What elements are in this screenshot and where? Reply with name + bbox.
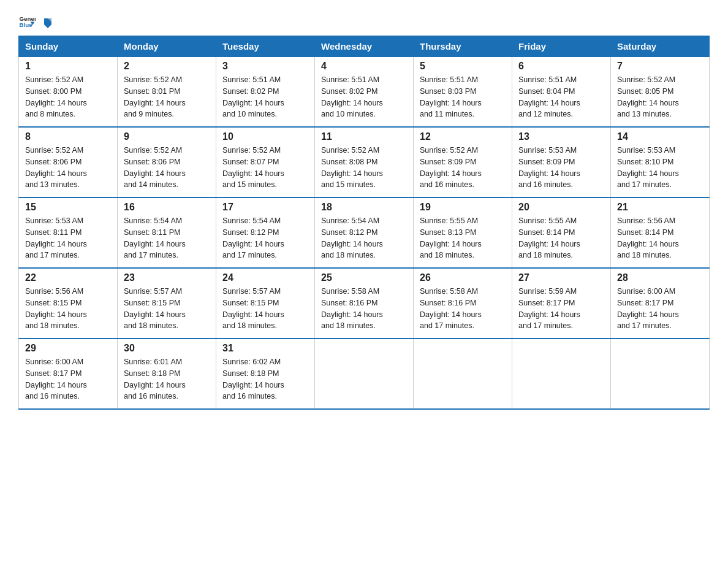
day-number: 10 xyxy=(222,131,308,142)
calendar-cell: 24 Sunrise: 5:57 AM Sunset: 8:15 PM Dayl… xyxy=(216,268,315,339)
day-number: 8 xyxy=(25,131,111,142)
day-info: Sunrise: 5:58 AM Sunset: 8:16 PM Dayligh… xyxy=(321,286,407,332)
day-number: 31 xyxy=(222,343,308,354)
day-number: 14 xyxy=(617,131,703,142)
calendar-cell: 19 Sunrise: 5:55 AM Sunset: 8:13 PM Dayl… xyxy=(414,197,512,268)
day-info: Sunrise: 5:54 AM Sunset: 8:12 PM Dayligh… xyxy=(222,215,308,261)
day-number: 3 xyxy=(222,61,308,72)
logo: General Blue xyxy=(18,12,55,29)
day-info: Sunrise: 5:54 AM Sunset: 8:12 PM Dayligh… xyxy=(321,215,407,261)
day-number: 17 xyxy=(222,202,308,213)
calendar-cell: 5 Sunrise: 5:51 AM Sunset: 8:03 PM Dayli… xyxy=(414,57,512,128)
day-number: 20 xyxy=(518,202,604,213)
day-info: Sunrise: 5:52 AM Sunset: 8:05 PM Dayligh… xyxy=(617,74,703,120)
calendar-cell: 8 Sunrise: 5:52 AM Sunset: 8:06 PM Dayli… xyxy=(19,127,118,197)
calendar-cell: 29 Sunrise: 6:00 AM Sunset: 8:17 PM Dayl… xyxy=(19,339,118,409)
calendar-cell: 21 Sunrise: 5:56 AM Sunset: 8:14 PM Dayl… xyxy=(611,197,710,268)
day-info: Sunrise: 5:57 AM Sunset: 8:15 PM Dayligh… xyxy=(124,286,210,332)
day-number: 18 xyxy=(321,202,407,213)
day-number: 11 xyxy=(321,131,407,142)
header-wednesday: Wednesday xyxy=(315,36,414,57)
calendar-cell xyxy=(315,339,414,409)
logo-icon: General Blue xyxy=(18,12,36,29)
day-number: 4 xyxy=(321,61,407,72)
calendar-cell xyxy=(414,339,512,409)
day-info: Sunrise: 5:53 AM Sunset: 8:11 PM Dayligh… xyxy=(25,215,111,261)
day-info: Sunrise: 5:58 AM Sunset: 8:16 PM Dayligh… xyxy=(420,286,506,332)
calendar-cell: 20 Sunrise: 5:55 AM Sunset: 8:14 PM Dayl… xyxy=(512,197,611,268)
day-number: 13 xyxy=(518,131,604,142)
day-number: 30 xyxy=(124,343,210,354)
calendar-cell: 10 Sunrise: 5:52 AM Sunset: 8:07 PM Dayl… xyxy=(216,127,315,197)
calendar-cell: 12 Sunrise: 5:52 AM Sunset: 8:09 PM Dayl… xyxy=(414,127,512,197)
day-number: 5 xyxy=(420,61,506,72)
logo-arrow-icon xyxy=(40,16,54,29)
day-info: Sunrise: 5:52 AM Sunset: 8:00 PM Dayligh… xyxy=(25,74,111,120)
calendar-cell: 30 Sunrise: 6:01 AM Sunset: 8:18 PM Dayl… xyxy=(118,339,216,409)
day-number: 9 xyxy=(124,131,210,142)
day-info: Sunrise: 6:00 AM Sunset: 8:17 PM Dayligh… xyxy=(25,356,111,402)
header-thursday: Thursday xyxy=(414,36,512,57)
day-info: Sunrise: 5:52 AM Sunset: 8:09 PM Dayligh… xyxy=(420,145,506,191)
day-info: Sunrise: 5:51 AM Sunset: 8:04 PM Dayligh… xyxy=(518,74,604,120)
day-info: Sunrise: 5:54 AM Sunset: 8:11 PM Dayligh… xyxy=(124,215,210,261)
calendar-cell: 6 Sunrise: 5:51 AM Sunset: 8:04 PM Dayli… xyxy=(512,57,611,128)
day-number: 24 xyxy=(222,272,308,283)
calendar-cell: 14 Sunrise: 5:53 AM Sunset: 8:10 PM Dayl… xyxy=(611,127,710,197)
day-info: Sunrise: 5:51 AM Sunset: 8:03 PM Dayligh… xyxy=(420,74,506,120)
calendar-cell: 2 Sunrise: 5:52 AM Sunset: 8:01 PM Dayli… xyxy=(118,57,216,128)
day-number: 12 xyxy=(420,131,506,142)
day-info: Sunrise: 5:56 AM Sunset: 8:14 PM Dayligh… xyxy=(617,215,703,261)
calendar-cell: 22 Sunrise: 5:56 AM Sunset: 8:15 PM Dayl… xyxy=(19,268,118,339)
calendar-cell xyxy=(512,339,611,409)
calendar-cell: 28 Sunrise: 6:00 AM Sunset: 8:17 PM Dayl… xyxy=(611,268,710,339)
day-number: 29 xyxy=(25,343,111,354)
header-tuesday: Tuesday xyxy=(216,36,315,57)
day-info: Sunrise: 5:55 AM Sunset: 8:14 PM Dayligh… xyxy=(518,215,604,261)
day-number: 19 xyxy=(420,202,506,213)
calendar-cell: 25 Sunrise: 5:58 AM Sunset: 8:16 PM Dayl… xyxy=(315,268,414,339)
day-info: Sunrise: 5:52 AM Sunset: 8:06 PM Dayligh… xyxy=(124,145,210,191)
header-friday: Friday xyxy=(512,36,611,57)
calendar-cell: 4 Sunrise: 5:51 AM Sunset: 8:02 PM Dayli… xyxy=(315,57,414,128)
day-info: Sunrise: 5:51 AM Sunset: 8:02 PM Dayligh… xyxy=(222,74,308,120)
day-number: 26 xyxy=(420,272,506,283)
day-number: 1 xyxy=(25,61,111,72)
calendar-cell: 7 Sunrise: 5:52 AM Sunset: 8:05 PM Dayli… xyxy=(611,57,710,128)
day-number: 28 xyxy=(617,272,703,283)
day-info: Sunrise: 5:52 AM Sunset: 8:01 PM Dayligh… xyxy=(124,74,210,120)
calendar-cell: 26 Sunrise: 5:58 AM Sunset: 8:16 PM Dayl… xyxy=(414,268,512,339)
calendar-cell: 1 Sunrise: 5:52 AM Sunset: 8:00 PM Dayli… xyxy=(19,57,118,128)
calendar-cell: 15 Sunrise: 5:53 AM Sunset: 8:11 PM Dayl… xyxy=(19,197,118,268)
day-info: Sunrise: 5:56 AM Sunset: 8:15 PM Dayligh… xyxy=(25,286,111,332)
day-number: 15 xyxy=(25,202,111,213)
day-info: Sunrise: 6:01 AM Sunset: 8:18 PM Dayligh… xyxy=(124,356,210,402)
day-number: 2 xyxy=(124,61,210,72)
calendar-cell: 3 Sunrise: 5:51 AM Sunset: 8:02 PM Dayli… xyxy=(216,57,315,128)
day-number: 23 xyxy=(124,272,210,283)
header-saturday: Saturday xyxy=(611,36,710,57)
day-info: Sunrise: 5:59 AM Sunset: 8:17 PM Dayligh… xyxy=(518,286,604,332)
day-info: Sunrise: 5:51 AM Sunset: 8:02 PM Dayligh… xyxy=(321,74,407,120)
calendar-cell: 18 Sunrise: 5:54 AM Sunset: 8:12 PM Dayl… xyxy=(315,197,414,268)
day-number: 21 xyxy=(617,202,703,213)
calendar-cell: 16 Sunrise: 5:54 AM Sunset: 8:11 PM Dayl… xyxy=(118,197,216,268)
day-number: 22 xyxy=(25,272,111,283)
header-sunday: Sunday xyxy=(19,36,118,57)
calendar-week-row: 1 Sunrise: 5:52 AM Sunset: 8:00 PM Dayli… xyxy=(19,57,710,128)
day-info: Sunrise: 5:52 AM Sunset: 8:06 PM Dayligh… xyxy=(25,145,111,191)
day-info: Sunrise: 5:57 AM Sunset: 8:15 PM Dayligh… xyxy=(222,286,308,332)
day-number: 27 xyxy=(518,272,604,283)
day-number: 7 xyxy=(617,61,703,72)
calendar-cell: 11 Sunrise: 5:52 AM Sunset: 8:08 PM Dayl… xyxy=(315,127,414,197)
header-monday: Monday xyxy=(118,36,216,57)
calendar-cell: 27 Sunrise: 5:59 AM Sunset: 8:17 PM Dayl… xyxy=(512,268,611,339)
day-info: Sunrise: 5:52 AM Sunset: 8:07 PM Dayligh… xyxy=(222,145,308,191)
day-info: Sunrise: 5:52 AM Sunset: 8:08 PM Dayligh… xyxy=(321,145,407,191)
page-header: General Blue xyxy=(18,12,710,29)
day-info: Sunrise: 5:53 AM Sunset: 8:09 PM Dayligh… xyxy=(518,145,604,191)
calendar-header-row: SundayMondayTuesdayWednesdayThursdayFrid… xyxy=(19,36,710,57)
calendar-week-row: 22 Sunrise: 5:56 AM Sunset: 8:15 PM Dayl… xyxy=(19,268,710,339)
calendar-week-row: 8 Sunrise: 5:52 AM Sunset: 8:06 PM Dayli… xyxy=(19,127,710,197)
day-number: 25 xyxy=(321,272,407,283)
